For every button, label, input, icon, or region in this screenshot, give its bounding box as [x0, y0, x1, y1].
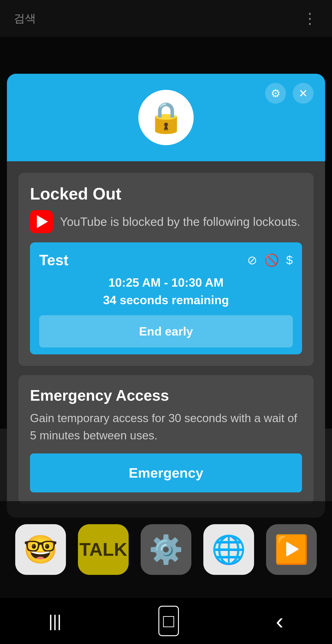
- lockout-item-header: Test ⊘ 🚫 $: [39, 252, 293, 269]
- lockout-remaining: 34 seconds remaining: [39, 293, 293, 307]
- lock-circle: 🔒: [138, 90, 194, 145]
- dollar-icon[interactable]: $: [286, 253, 293, 267]
- block-icon[interactable]: ⊘: [247, 253, 257, 267]
- recent-apps-button[interactable]: |||: [49, 612, 61, 630]
- youtube-play-triangle: [37, 215, 48, 228]
- locked-out-title: Locked Out: [30, 184, 302, 203]
- modal-header: ⚙ ✕ 🔒: [7, 74, 325, 161]
- dock-icon-play[interactable]: ▶️: [266, 524, 317, 575]
- emergency-button[interactable]: Emergency: [30, 454, 302, 492]
- close-button[interactable]: ✕: [293, 83, 313, 104]
- dock-icon-kakao[interactable]: TALK: [78, 524, 129, 575]
- lockout-item-test: Test ⊘ 🚫 $ 10:25 AM - 10:30 AM 34 second…: [30, 242, 302, 354]
- dock-icon-settings[interactable]: ⚙️: [141, 524, 191, 575]
- top-bar: 검색 ⋮: [0, 0, 332, 37]
- more-options-icon: ⋮: [302, 10, 318, 27]
- modal-header-actions: ⚙ ✕: [265, 83, 313, 104]
- modal-body: Locked Out YouTube is blocked by the fol…: [7, 161, 325, 518]
- lockout-action-icons: ⊘ 🚫 $: [247, 253, 293, 267]
- dock-icon-chrome[interactable]: 🌐: [203, 524, 254, 575]
- lockout-name: Test: [39, 252, 69, 269]
- settings-button[interactable]: ⚙: [265, 83, 286, 104]
- emergency-access-description: Gain temporary access for 30 seconds wit…: [30, 410, 302, 444]
- bottom-navigation-bar: ||| □ ‹: [0, 598, 332, 644]
- hide-icon[interactable]: 🚫: [264, 253, 279, 267]
- search-label: 검색: [14, 11, 36, 26]
- blocked-text: YouTube is blocked by the following lock…: [60, 213, 302, 230]
- home-button[interactable]: □: [158, 606, 179, 636]
- back-button[interactable]: ‹: [276, 608, 283, 634]
- youtube-icon: [30, 210, 53, 233]
- emergency-access-title: Emergency Access: [30, 387, 302, 404]
- end-early-button[interactable]: End early: [39, 315, 293, 348]
- lock-icon: 🔒: [147, 100, 185, 135]
- app-blocked-row: YouTube is blocked by the following lock…: [30, 210, 302, 233]
- dock-icon-1[interactable]: 🤓: [15, 524, 66, 575]
- locked-out-card: Locked Out YouTube is blocked by the fol…: [19, 173, 313, 366]
- lockout-time-range: 10:25 AM - 10:30 AM: [39, 276, 293, 290]
- locked-out-modal: ⚙ ✕ 🔒 Locked Out YouTube is blocked by t…: [7, 74, 325, 518]
- bottom-dock: 🤓 TALK ⚙️ 🌐 ▶️: [0, 501, 332, 598]
- emergency-access-card: Emergency Access Gain temporary access f…: [19, 375, 313, 504]
